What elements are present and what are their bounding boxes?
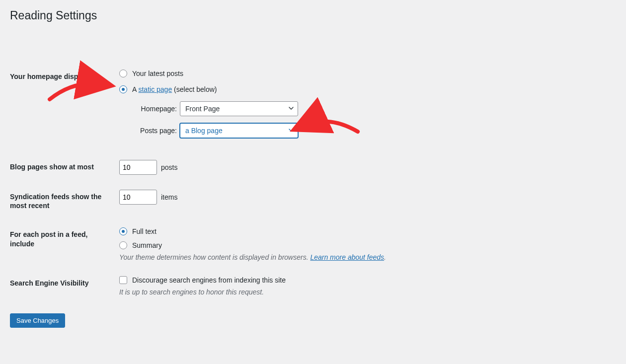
radio-summary[interactable] [119, 241, 127, 249]
static-suffix: (select below) [172, 85, 217, 93]
posts-page-select-wrap: a Blog page [180, 123, 298, 138]
static-prefix: A [132, 85, 138, 93]
feed-content-description: Your theme determines how content is dis… [119, 253, 611, 261]
search-visibility-description: It is up to search engines to honor this… [119, 288, 611, 296]
save-changes-button[interactable]: Save Changes [10, 313, 65, 328]
homepage-select[interactable]: Front Page [180, 101, 298, 116]
homepage-displays-heading: Your homepage displays [10, 62, 114, 152]
syndication-count-input[interactable] [119, 190, 157, 205]
radio-full-text[interactable] [119, 227, 127, 235]
radio-static-page[interactable] [119, 85, 127, 93]
radio-latest-posts[interactable] [119, 70, 127, 77]
homepage-select-label: Homepage: [129, 105, 177, 113]
feed-content-heading: For each post in a feed, include [10, 220, 114, 269]
blog-pages-count-input[interactable] [119, 160, 157, 175]
settings-form-table: Your homepage displays Your latest posts… [10, 62, 616, 303]
radio-static-page-label: A static page (select below) [132, 85, 217, 93]
discourage-search-label: Discourage search engines from indexing … [132, 276, 286, 284]
learn-more-feeds-link[interactable]: Learn more about feeds [310, 253, 384, 261]
search-visibility-heading: Search Engine Visibility [10, 269, 114, 303]
feed-desc-prefix: Your theme determines how content is dis… [119, 253, 310, 261]
radio-full-text-label: Full text [132, 227, 156, 235]
blog-pages-heading: Blog pages show at most [10, 152, 114, 182]
posts-page-select[interactable]: a Blog page [180, 123, 298, 138]
syndication-heading: Syndication feeds show the most recent [10, 182, 114, 220]
discourage-search-checkbox[interactable] [119, 276, 127, 284]
posts-page-select-label: Posts page: [129, 127, 177, 135]
feed-desc-suffix: . [384, 253, 386, 261]
page-title: Reading Settings [10, 0, 616, 22]
homepage-select-wrap: Front Page [180, 101, 298, 116]
static-page-link[interactable]: static page [138, 85, 172, 93]
radio-latest-posts-label: Your latest posts [132, 70, 183, 77]
blog-pages-unit: posts [161, 163, 177, 171]
syndication-unit: items [161, 193, 177, 201]
radio-summary-label: Summary [132, 241, 162, 249]
